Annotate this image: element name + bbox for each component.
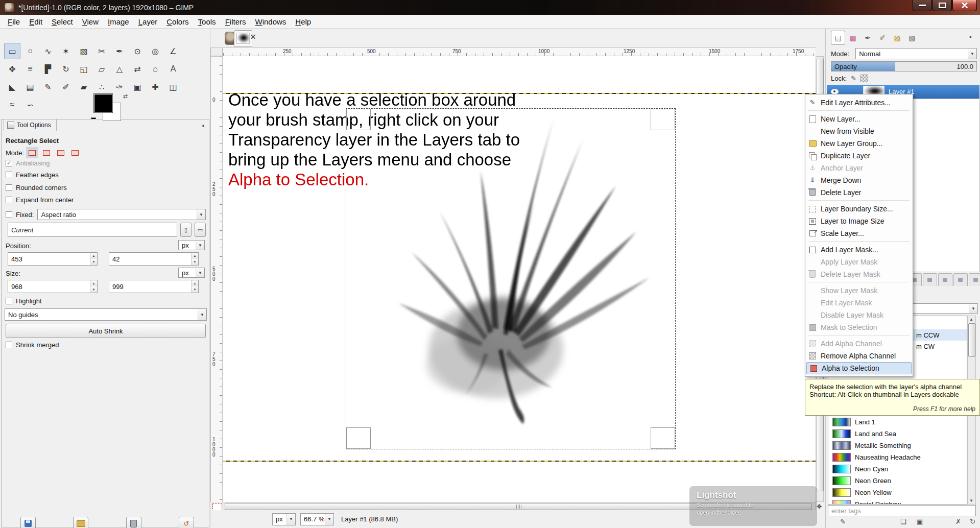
expand-from-center-checkbox[interactable] xyxy=(6,197,12,203)
menu-item-new-layer-group[interactable]: New Layer Group... xyxy=(805,137,913,150)
shrink-merged-checkbox[interactable] xyxy=(6,342,12,348)
close-button[interactable] xyxy=(952,0,977,11)
selection-box[interactable] xyxy=(346,108,676,449)
zoom-dropdown[interactable]: 66.7 % ▼ xyxy=(300,513,334,525)
tool-paths[interactable]: ✒ xyxy=(111,43,128,59)
mode-intersect-button[interactable] xyxy=(69,147,81,158)
restore-button[interactable] xyxy=(933,0,952,11)
dock2-tab-icon[interactable] xyxy=(938,273,952,286)
lightshot-notification[interactable]: Lightshot Screenshot is saved to open in… xyxy=(689,486,817,526)
tab-brushes[interactable]: ✐ xyxy=(875,31,890,45)
dock2-tab-icon[interactable] xyxy=(969,273,980,286)
delete-tool-preset-button[interactable] xyxy=(126,517,141,528)
size-width-spinner[interactable]: 968 ▲▼ xyxy=(8,280,98,293)
tool-scale[interactable]: ◱ xyxy=(76,61,92,77)
menu-item-remove-alpha-channel[interactable]: Remove Alpha Channel xyxy=(805,350,913,362)
size-unit-dropdown[interactable]: px ▼ xyxy=(178,268,205,278)
spinner-arrows-icon[interactable]: ▲▼ xyxy=(191,280,198,293)
menubar-item[interactable]: Edit xyxy=(25,16,47,28)
menu-item-merge-down[interactable]: Merge Down xyxy=(805,174,913,186)
selection-handle-top-left[interactable] xyxy=(346,109,371,130)
menubar-item[interactable]: Colors xyxy=(162,16,193,28)
opacity-slider[interactable]: Opacity 100.0 xyxy=(831,61,977,71)
restore-tool-preset-button[interactable] xyxy=(73,517,88,528)
titlebar[interactable]: *[Untitled]-1.0 (RGB color, 2 layers) 19… xyxy=(0,0,980,15)
gradient-row[interactable]: Neon Yellow xyxy=(828,487,967,498)
gradient-row[interactable]: Metallic Something xyxy=(828,440,967,451)
tool-color-picker[interactable]: ⊙ xyxy=(129,43,146,59)
size-height-spinner[interactable]: 999 ▲▼ xyxy=(109,280,199,293)
landscape-icon[interactable]: ▭ xyxy=(195,223,206,237)
tab-channels[interactable]: ▦ xyxy=(846,31,860,45)
tab-gradients[interactable]: ▧ xyxy=(905,31,919,45)
tool-bucket-fill[interactable]: ◣ xyxy=(4,79,20,95)
lock-alpha-icon[interactable] xyxy=(861,75,868,82)
selection-handle-top-right[interactable] xyxy=(651,109,675,130)
aspect-ratio-input[interactable]: Current xyxy=(8,223,177,237)
gradient-row[interactable]: Neon Green xyxy=(828,475,967,486)
dock2-tab-icon[interactable] xyxy=(953,273,968,286)
tool-options-tab[interactable]: Tool Options xyxy=(4,119,57,131)
new-gradient-icon[interactable]: ❏ xyxy=(900,518,906,525)
menu-item-new-layer[interactable]: New Layer... xyxy=(805,113,913,125)
tab-layers[interactable]: ▤ xyxy=(831,31,845,45)
spinner-arrows-icon[interactable]: ▲▼ xyxy=(90,280,97,293)
menubar-item[interactable]: Image xyxy=(103,16,134,28)
tool-scissors-select[interactable]: ✂ xyxy=(93,43,110,59)
gradient-row[interactable]: Pastel Rainbow xyxy=(828,498,967,505)
tab-paths[interactable]: ✒ xyxy=(861,31,875,45)
tool-measure[interactable]: ∠ xyxy=(165,43,181,59)
mode-subtract-button[interactable] xyxy=(55,147,67,158)
tool-text[interactable]: A xyxy=(165,61,181,77)
menubar-item[interactable]: Help xyxy=(291,16,316,28)
feather-edges-checkbox[interactable] xyxy=(6,172,12,178)
dock-menu-arrow-icon[interactable]: ◂ xyxy=(969,34,971,39)
tab-patterns[interactable]: ▨ xyxy=(890,31,904,45)
tool-fuzzy-select[interactable]: ✶ xyxy=(58,43,74,59)
menu-item-scale-layer[interactable]: Scale Layer... xyxy=(805,227,913,239)
lock-pixels-icon[interactable]: ✎ xyxy=(851,75,856,82)
gradient-row[interactable]: Neon Cyan xyxy=(828,463,967,474)
guides-dropdown[interactable]: No guides ▼ xyxy=(5,308,207,321)
tool-ellipse-select[interactable]: ○ xyxy=(22,43,38,59)
menu-item-layer-boundary-size[interactable]: Layer Boundary Size... xyxy=(805,203,913,215)
lightshot-link[interactable]: open in the folder. xyxy=(697,510,810,516)
menubar-item[interactable]: Select xyxy=(47,16,78,28)
gradient-row[interactable]: Land and Sea xyxy=(828,428,967,439)
tool-rectangle-select[interactable]: ▭ xyxy=(4,43,20,59)
close-tab-icon[interactable] xyxy=(248,32,257,41)
position-unit-dropdown[interactable]: px ▼ xyxy=(178,240,205,250)
scroll-down-icon[interactable]: ▼ xyxy=(969,498,973,503)
duplicate-gradient-icon[interactable]: ▣ xyxy=(917,518,923,525)
dock-menu-arrow-icon[interactable]: ◂ xyxy=(199,121,207,129)
tool-eraser[interactable]: ▰ xyxy=(76,79,92,95)
unit-dropdown[interactable]: px ▼ xyxy=(272,513,296,525)
swap-colors-icon[interactable]: ⇄ xyxy=(123,93,128,100)
menubar-item[interactable]: View xyxy=(78,16,103,28)
tool-select-by-color[interactable]: ▧ xyxy=(76,43,92,59)
menubar-item[interactable]: Filters xyxy=(221,16,251,28)
mode-replace-button[interactable] xyxy=(26,147,38,158)
dock2-tab-icon[interactable] xyxy=(923,273,937,286)
reset-tool-options-button[interactable]: ↺ xyxy=(179,517,194,528)
tool-heal[interactable]: ✚ xyxy=(147,79,163,95)
fixed-type-dropdown[interactable]: Aspect ratio ▼ xyxy=(37,209,206,220)
menubar-item[interactable]: Windows xyxy=(250,16,291,28)
canvas-viewport[interactable]: Once you have a selection box around you… xyxy=(223,56,816,502)
gradient-row[interactable]: Land 1 xyxy=(828,416,967,427)
menu-item-layer-to-image-size[interactable]: Layer to Image Size xyxy=(805,215,913,227)
tool-cage-transform[interactable]: ⌂ xyxy=(147,61,163,77)
auto-shrink-button[interactable]: Auto Shrink xyxy=(6,324,206,338)
menu-item-edit-layer-attributes[interactable]: Edit Layer Attributes... xyxy=(805,97,913,109)
menu-item-alpha-to-selection[interactable]: Alpha to Selection xyxy=(806,362,912,374)
foreground-color-swatch[interactable] xyxy=(94,94,112,112)
menubar-item[interactable]: File xyxy=(3,16,25,28)
fixed-checkbox[interactable] xyxy=(6,211,12,218)
antialiasing-checkbox[interactable]: ✓ xyxy=(6,160,12,166)
selection-handle-bottom-right[interactable] xyxy=(651,427,675,449)
tool-paintbrush[interactable]: ✐ xyxy=(58,79,74,95)
tool-crop[interactable]: ▛ xyxy=(40,61,56,77)
tool-blur-sharpen[interactable]: ≈ xyxy=(4,97,20,113)
edit-gradient-icon[interactable]: ✎ xyxy=(840,518,846,525)
save-tool-preset-button[interactable] xyxy=(20,517,36,528)
